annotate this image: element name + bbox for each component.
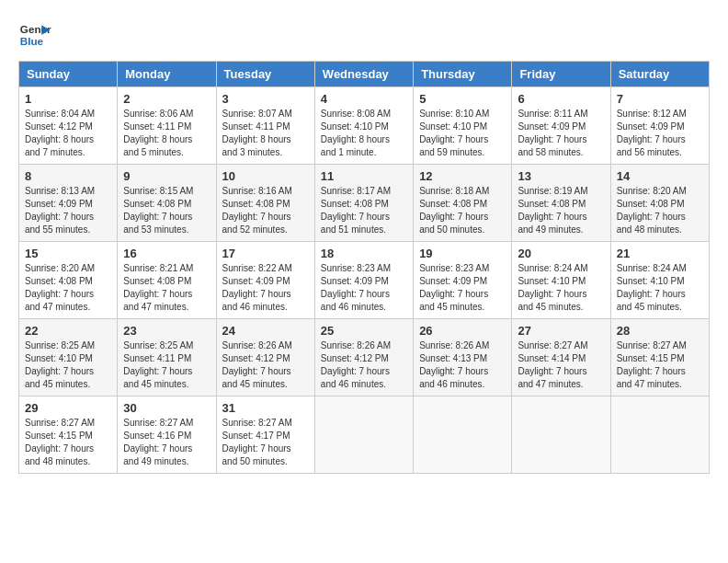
day-number: 10 (222, 169, 309, 183)
day-info: Sunrise: 8:26 AM Sunset: 4:13 PM Dayligh… (419, 339, 506, 391)
day-number: 7 (617, 92, 703, 106)
day-info: Sunrise: 8:23 AM Sunset: 4:09 PM Dayligh… (321, 262, 407, 314)
day-info: Sunrise: 8:15 AM Sunset: 4:08 PM Dayligh… (123, 185, 210, 236)
day-number: 29 (25, 401, 111, 415)
day-info: Sunrise: 8:17 AM Sunset: 4:08 PM Dayligh… (321, 185, 407, 236)
calendar-cell: 16Sunrise: 8:21 AM Sunset: 4:08 PM Dayli… (118, 242, 216, 319)
calendar-cell: 15Sunrise: 8:20 AM Sunset: 4:08 PM Dayli… (19, 242, 118, 319)
calendar-cell: 23Sunrise: 8:25 AM Sunset: 4:11 PM Dayli… (118, 319, 216, 396)
day-number: 2 (123, 92, 210, 106)
day-number: 13 (518, 169, 604, 183)
calendar-cell: 4Sunrise: 8:08 AM Sunset: 4:10 PM Daylig… (314, 87, 413, 165)
day-number: 31 (222, 401, 309, 415)
column-header-friday: Friday (512, 62, 610, 87)
day-number: 16 (123, 247, 210, 260)
day-number: 23 (123, 324, 210, 338)
calendar-cell: 27Sunrise: 8:27 AM Sunset: 4:14 PM Dayli… (512, 319, 610, 396)
day-info: Sunrise: 8:06 AM Sunset: 4:11 PM Dayligh… (123, 108, 210, 159)
day-info: Sunrise: 8:25 AM Sunset: 4:11 PM Dayligh… (123, 339, 210, 391)
day-info: Sunrise: 8:22 AM Sunset: 4:09 PM Dayligh… (222, 262, 309, 314)
day-info: Sunrise: 8:27 AM Sunset: 4:17 PM Dayligh… (222, 417, 309, 468)
day-info: Sunrise: 8:27 AM Sunset: 4:16 PM Dayligh… (123, 417, 210, 468)
calendar-cell: 19Sunrise: 8:23 AM Sunset: 4:09 PM Dayli… (414, 242, 512, 319)
day-info: Sunrise: 8:24 AM Sunset: 4:10 PM Dayligh… (617, 262, 703, 314)
calendar-cell (610, 396, 709, 474)
day-number: 3 (222, 92, 309, 106)
day-number: 8 (25, 169, 111, 183)
calendar-cell (512, 396, 610, 474)
day-number: 5 (419, 92, 506, 106)
svg-text:Blue: Blue (20, 35, 44, 47)
day-number: 24 (222, 324, 309, 338)
calendar-cell: 17Sunrise: 8:22 AM Sunset: 4:09 PM Dayli… (216, 242, 314, 319)
day-number: 18 (321, 247, 407, 260)
day-info: Sunrise: 8:24 AM Sunset: 4:10 PM Dayligh… (518, 262, 604, 314)
calendar-cell: 28Sunrise: 8:27 AM Sunset: 4:15 PM Dayli… (610, 319, 709, 396)
day-number: 4 (321, 92, 407, 106)
day-number: 15 (25, 247, 111, 260)
day-number: 27 (518, 324, 604, 338)
day-info: Sunrise: 8:26 AM Sunset: 4:12 PM Dayligh… (222, 339, 309, 391)
day-info: Sunrise: 8:16 AM Sunset: 4:08 PM Dayligh… (222, 185, 309, 236)
day-number: 19 (419, 247, 506, 260)
day-info: Sunrise: 8:11 AM Sunset: 4:09 PM Dayligh… (518, 108, 604, 159)
column-header-monday: Monday (118, 62, 216, 87)
calendar-cell: 18Sunrise: 8:23 AM Sunset: 4:09 PM Dayli… (314, 242, 413, 319)
calendar-cell: 26Sunrise: 8:26 AM Sunset: 4:13 PM Dayli… (414, 319, 512, 396)
day-number: 30 (123, 401, 210, 415)
calendar-cell: 14Sunrise: 8:20 AM Sunset: 4:08 PM Dayli… (610, 165, 709, 242)
calendar-cell: 11Sunrise: 8:17 AM Sunset: 4:08 PM Dayli… (314, 165, 413, 242)
calendar-cell: 9Sunrise: 8:15 AM Sunset: 4:08 PM Daylig… (118, 165, 216, 242)
calendar-header-row: SundayMondayTuesdayWednesdayThursdayFrid… (19, 62, 710, 87)
day-info: Sunrise: 8:23 AM Sunset: 4:09 PM Dayligh… (419, 262, 506, 314)
day-info: Sunrise: 8:27 AM Sunset: 4:14 PM Dayligh… (518, 339, 604, 391)
column-header-tuesday: Tuesday (216, 62, 314, 87)
calendar-body: 1Sunrise: 8:04 AM Sunset: 4:12 PM Daylig… (19, 87, 710, 474)
calendar-cell: 8Sunrise: 8:13 AM Sunset: 4:09 PM Daylig… (19, 165, 118, 242)
day-number: 25 (321, 324, 407, 338)
day-info: Sunrise: 8:10 AM Sunset: 4:10 PM Dayligh… (419, 108, 506, 159)
calendar-cell (414, 396, 512, 474)
day-info: Sunrise: 8:04 AM Sunset: 4:12 PM Dayligh… (25, 108, 111, 159)
calendar-cell: 20Sunrise: 8:24 AM Sunset: 4:10 PM Dayli… (512, 242, 610, 319)
day-info: Sunrise: 8:27 AM Sunset: 4:15 PM Dayligh… (617, 339, 703, 391)
calendar-cell: 24Sunrise: 8:26 AM Sunset: 4:12 PM Dayli… (216, 319, 314, 396)
day-info: Sunrise: 8:08 AM Sunset: 4:10 PM Dayligh… (321, 108, 407, 159)
calendar-cell: 6Sunrise: 8:11 AM Sunset: 4:09 PM Daylig… (512, 87, 610, 165)
day-number: 22 (25, 324, 111, 338)
calendar-cell: 1Sunrise: 8:04 AM Sunset: 4:12 PM Daylig… (19, 87, 118, 165)
day-number: 12 (419, 169, 506, 183)
day-number: 21 (617, 247, 703, 260)
day-number: 1 (25, 92, 111, 106)
calendar-cell: 13Sunrise: 8:19 AM Sunset: 4:08 PM Dayli… (512, 165, 610, 242)
calendar-cell: 31Sunrise: 8:27 AM Sunset: 4:17 PM Dayli… (216, 396, 314, 474)
day-number: 6 (518, 92, 604, 106)
day-info: Sunrise: 8:18 AM Sunset: 4:08 PM Dayligh… (419, 185, 506, 236)
calendar-cell: 29Sunrise: 8:27 AM Sunset: 4:15 PM Dayli… (19, 396, 118, 474)
calendar-table: SundayMondayTuesdayWednesdayThursdayFrid… (18, 61, 710, 474)
day-number: 9 (123, 169, 210, 183)
day-info: Sunrise: 8:07 AM Sunset: 4:11 PM Dayligh… (222, 108, 309, 159)
logo: General Blue (18, 18, 51, 52)
column-header-wednesday: Wednesday (314, 62, 413, 87)
day-info: Sunrise: 8:21 AM Sunset: 4:08 PM Dayligh… (123, 262, 210, 314)
calendar-cell: 22Sunrise: 8:25 AM Sunset: 4:10 PM Dayli… (19, 319, 118, 396)
day-info: Sunrise: 8:27 AM Sunset: 4:15 PM Dayligh… (25, 417, 111, 468)
day-info: Sunrise: 8:20 AM Sunset: 4:08 PM Dayligh… (617, 185, 703, 236)
day-number: 11 (321, 169, 407, 183)
day-number: 20 (518, 247, 604, 260)
day-info: Sunrise: 8:13 AM Sunset: 4:09 PM Dayligh… (25, 185, 111, 236)
calendar-cell: 12Sunrise: 8:18 AM Sunset: 4:08 PM Dayli… (414, 165, 512, 242)
day-info: Sunrise: 8:25 AM Sunset: 4:10 PM Dayligh… (25, 339, 111, 391)
day-number: 26 (419, 324, 506, 338)
calendar-cell: 10Sunrise: 8:16 AM Sunset: 4:08 PM Dayli… (216, 165, 314, 242)
day-info: Sunrise: 8:20 AM Sunset: 4:08 PM Dayligh… (25, 262, 111, 314)
day-number: 28 (617, 324, 703, 338)
calendar-week-row: 1Sunrise: 8:04 AM Sunset: 4:12 PM Daylig… (19, 87, 710, 165)
calendar-week-row: 22Sunrise: 8:25 AM Sunset: 4:10 PM Dayli… (19, 319, 710, 396)
calendar-cell: 3Sunrise: 8:07 AM Sunset: 4:11 PM Daylig… (216, 87, 314, 165)
calendar-week-row: 15Sunrise: 8:20 AM Sunset: 4:08 PM Dayli… (19, 242, 710, 319)
column-header-saturday: Saturday (610, 62, 709, 87)
day-info: Sunrise: 8:26 AM Sunset: 4:12 PM Dayligh… (321, 339, 407, 391)
calendar-cell: 30Sunrise: 8:27 AM Sunset: 4:16 PM Dayli… (118, 396, 216, 474)
